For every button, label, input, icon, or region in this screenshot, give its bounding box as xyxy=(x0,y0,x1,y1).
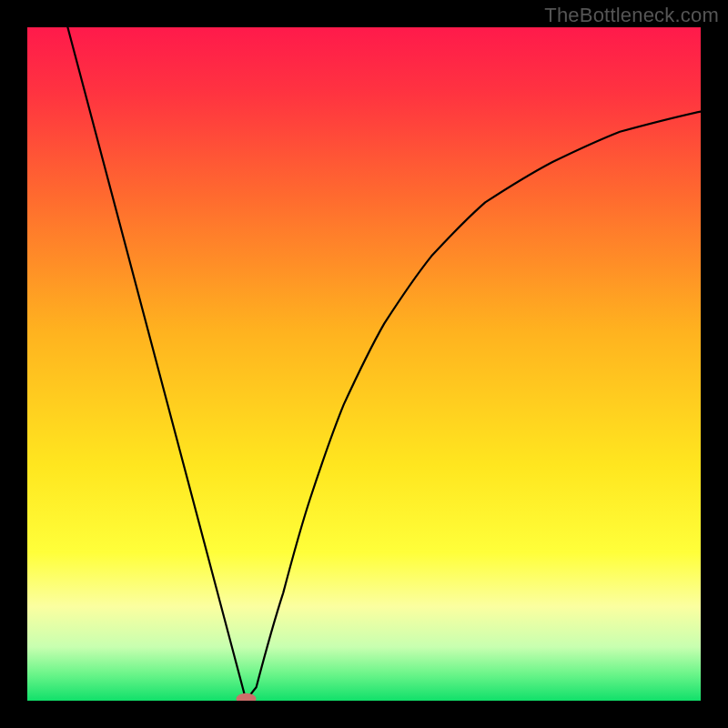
plot-area xyxy=(27,27,701,701)
chart-frame: TheBottleneck.com xyxy=(0,0,728,728)
chart-svg xyxy=(27,27,701,701)
watermark-text: TheBottleneck.com xyxy=(544,4,719,27)
